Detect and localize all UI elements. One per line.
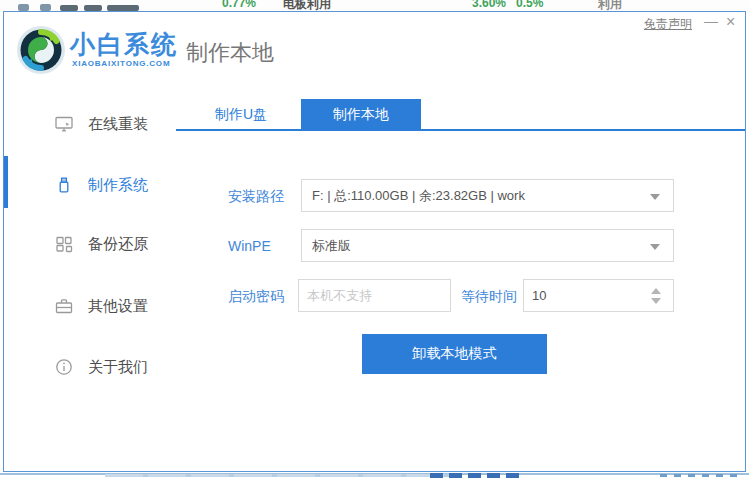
sidebar-item-label: 制作系统 [88,176,148,195]
brand-name: 小白系统 [70,28,178,61]
sidebar-item-about-us[interactable]: 关于我们 [4,352,179,382]
background-segment [702,474,709,477]
background-window-text-fragment: 0.77% [222,0,256,10]
monitor-reinstall-icon [54,114,74,134]
sidebar-item-other-settings[interactable]: 其他设置 [4,291,179,321]
tab-underline [176,129,745,131]
sidebar-item-make-system[interactable]: 制作系统 [4,170,179,200]
tab-make-usb[interactable]: 制作U盘 [181,99,301,129]
usb-drive-icon [54,175,74,195]
background-window-text-fragment: 0.5% [516,0,543,10]
sidebar-item-backup-restore[interactable]: 备份还原 [4,229,179,259]
wait-time-stepper[interactable] [650,286,662,306]
tab-make-local[interactable]: 制作本地 [301,99,421,129]
background-taskbar-edge [0,472,749,478]
sidebar-item-label: 其他设置 [88,297,148,316]
chevron-down-icon [650,244,660,250]
disclaimer-link[interactable]: 免责声明 [644,16,692,33]
background-segment [430,473,443,478]
sidebar-item-label: 关于我们 [88,358,148,377]
install-path-select[interactable]: F: | 总:110.00GB | 余:23.82GB | work [301,179,674,212]
background-segment [105,474,460,477]
background-window-text-fragment: 3.60% [472,0,506,10]
background-segment [674,474,681,477]
background-segment [449,473,462,478]
background-segment [487,473,500,478]
install-path-label: 安装路径 [228,188,284,206]
sidebar-item-label: 备份还原 [88,235,148,254]
page-title: 制作本地 [186,38,274,68]
sidebar-item-label: 在线重装 [88,115,148,134]
boot-password-label: 启动密码 [228,288,284,306]
background-segment [506,473,519,478]
background-segment [660,474,667,477]
screen: 0.77% 电板利用 3.60% 0.5% 利用 小白系统 XIAOBAIXIT… [0,0,749,478]
background-window-text-fragment: 利用 [598,0,622,11]
boot-password-input[interactable] [298,279,451,312]
sidebar-item-online-reinstall[interactable]: 在线重装 [4,109,179,139]
chevron-down-icon [650,194,660,200]
background-segment [468,473,481,478]
uninstall-local-mode-button[interactable]: 卸载本地模式 [362,334,547,374]
background-icon-stub [40,4,51,11]
background-window-edge: 0.77% 电板利用 3.60% 0.5% 利用 [0,0,749,11]
winpe-value: 标准版 [302,230,673,261]
winpe-label: WinPE [228,238,271,254]
close-button[interactable]: × [726,13,735,31]
toolbox-icon [54,296,74,316]
install-path-value: F: | 总:110.00GB | 余:23.82GB | work [302,180,673,211]
background-window-text-fragment: 电板利用 [283,0,331,11]
brand-domain: XIAOBAIXITONG.COM [72,59,170,68]
stepper-up-icon[interactable] [651,288,661,294]
wait-time-label: 等待时间 [461,288,517,306]
app-logo-icon [16,25,66,75]
winpe-select[interactable]: 标准版 [301,229,674,262]
background-segment [688,474,695,477]
app-window: 小白系统 XIAOBAIXITONG.COM 制作本地 免责声明 — × 在线重… [3,11,746,472]
stepper-down-icon[interactable] [651,298,661,304]
background-icon-stub [18,4,29,11]
background-segment [716,474,723,477]
backup-blocks-icon [54,234,74,254]
minimize-button[interactable]: — [704,13,718,29]
info-circle-icon [54,357,74,377]
background-segment [730,474,737,477]
